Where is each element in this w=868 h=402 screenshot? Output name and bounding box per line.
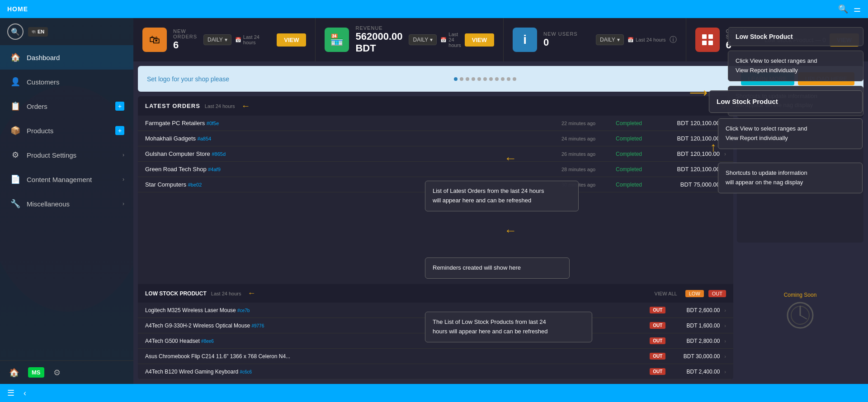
chevron-right-icon: › <box>724 354 726 359</box>
product-id: #9776 <box>251 323 264 328</box>
coming-soon-icon <box>787 302 814 334</box>
stats-row: 🛍 NEW ORDERS 6 DAILY ▾ 📅 Last 24 hours <box>133 18 868 61</box>
search-button[interactable]: 🔍 <box>7 23 24 40</box>
chevron-right-icon: › <box>724 323 726 328</box>
order-time: 30 minutes ago <box>561 182 611 187</box>
dot <box>489 77 493 81</box>
sidebar-nav: 🏠 Dashboard 👤 Customers 📋 Orders + 📦 Pro… <box>0 45 133 360</box>
list-item: A4Tech G500 Headset #8ee6 OUT BDT 2,800.… <box>138 333 733 349</box>
low-badge: LOW <box>685 290 704 297</box>
arrow-left-icon2: ← <box>247 289 255 298</box>
low-stock-header: LOW STOCK PRODUCT Last 24 hours ← VIEW A… <box>138 284 733 303</box>
products-icon: 📦 <box>10 126 20 136</box>
order-name: Gulshan Computer Store #865d <box>145 150 557 157</box>
stat-out-of-stock: OUT OF STOCK 6 Low Stock Product — 0 VIE… <box>686 18 868 61</box>
learn-more-button[interactable]: LEARN MORE <box>741 72 794 85</box>
new-orders-info: NEW ORDERS 6 <box>173 28 197 51</box>
out-of-stock-view-button[interactable]: VIEW <box>830 33 859 47</box>
order-amount: BDT 120,100.00 <box>661 150 720 157</box>
table-row: Farmgate PC Retailers #0f5e 22 minutes a… <box>138 116 733 131</box>
calendar-icon: 📅 <box>627 37 634 43</box>
new-orders-controls: DAILY ▾ 📅 Last 24 hours VIEW <box>203 33 306 47</box>
refresh-icon[interactable]: ↻ <box>721 103 726 110</box>
home-bottom-icon[interactable]: 🏠 <box>9 368 19 378</box>
misc-icon: 🔧 <box>10 199 20 209</box>
list-item: A4Tech B120 Wired Gaming Keyboard #c6c6 … <box>138 364 733 379</box>
ms-badge[interactable]: MS <box>28 367 44 378</box>
top-bar-icons: 🔍 ⚌ <box>838 4 861 14</box>
search-icon[interactable]: 🔍 <box>838 4 848 14</box>
order-id: #a854 <box>198 136 212 141</box>
chevron-right-icon: › <box>123 176 124 182</box>
table-row: Gulshan Computer Store #865d 26 minutes … <box>138 146 733 162</box>
sidebar-item-customers[interactable]: 👤 Customers <box>0 70 133 94</box>
table-row: Mohakhali Gadgets #a854 24 minutes ago C… <box>138 131 733 146</box>
sidebar-item-content-management[interactable]: 📄 Content Management › <box>0 167 133 192</box>
language-switcher[interactable]: বাং EN <box>28 27 48 37</box>
new-orders-icon: 🛍 <box>142 28 167 52</box>
order-id: #4af9 <box>208 167 221 172</box>
view-more-button[interactable]: VIEW MORE <box>819 101 846 113</box>
hamburger-icon[interactable]: ☰ <box>7 388 14 398</box>
sidebar-item-miscellaneous[interactable]: 🔧 Miscellaneous › <box>0 192 133 216</box>
new-users-icon: i <box>513 28 537 52</box>
settings-bottom-icon[interactable]: ⚙ <box>53 368 61 378</box>
reminders-header: REMINDERS Last 24 hours VIEW MORE ↻ <box>737 96 863 118</box>
list-item: Logitech M325 Wireless Laser Mouse #ce7b… <box>138 303 733 318</box>
order-status: Completed <box>616 166 656 173</box>
new-users-info: NEW USERS 0 <box>543 31 590 48</box>
out-status-badge: OUT <box>650 368 665 375</box>
revenue-period-select[interactable]: DAILY ▾ <box>409 34 437 45</box>
sidebar: 🔍 বাং EN 🏠 Dashboard 👤 Customers 📋 Order… <box>0 18 133 384</box>
product-price: BDT 2,600.00 <box>670 307 720 313</box>
latest-orders-subtitle: Last 24 hours <box>205 103 235 109</box>
order-status: Completed <box>616 182 656 188</box>
bn-lang: বাং <box>32 29 36 35</box>
product-name: Logitech M325 Wireless Laser Mouse #ce7b <box>145 307 645 313</box>
order-time: 28 minutes ago <box>561 167 611 172</box>
product-name: A4Tech G500 Headset #8ee6 <box>145 338 645 344</box>
coming-soon-label: Coming Soon <box>784 292 817 298</box>
sidebar-item-products[interactable]: 📦 Products + <box>0 118 133 143</box>
table-row: Green Road Tech Shop #4af9 28 minutes ag… <box>138 162 733 177</box>
tables-row: LATEST ORDERS Last 24 hours ← ↻ Farmgate… <box>138 96 863 379</box>
product-price: BDT 1,600.00 <box>670 323 720 329</box>
dot <box>501 77 505 81</box>
revenue-time: 📅 Last 24 hours <box>440 32 461 48</box>
revenue-view-button[interactable]: VIEW <box>465 33 494 47</box>
chevron-right-icon: › <box>123 201 124 207</box>
sidebar-item-product-settings[interactable]: ⚙ Product Settings › <box>0 143 133 167</box>
arrow-left-icon: ← <box>241 101 250 111</box>
new-orders-value: 6 <box>173 39 197 51</box>
view-all-button[interactable]: VIEW ALL <box>655 291 677 296</box>
banner-text: Set logo for your shop please <box>147 75 229 83</box>
list-item: A4Tech G9-330H-2 Wireless Optical Mouse … <box>138 318 733 333</box>
out-status-badge: OUT <box>650 353 665 360</box>
bottom-bar: ☰ ‹ <box>0 384 868 402</box>
sidebar-item-orders[interactable]: 📋 Orders + <box>0 94 133 118</box>
back-icon[interactable]: ‹ <box>24 388 26 398</box>
product-id: #ce7b <box>237 308 250 313</box>
chevron-right-icon: › <box>724 136 726 142</box>
dot <box>466 77 469 81</box>
out-status-badge: OUT <box>650 307 665 313</box>
menu-icon[interactable]: ⚌ <box>854 4 861 14</box>
new-orders-period-select[interactable]: DAILY ▾ <box>203 34 231 45</box>
upload-here-button[interactable]: UPLOAD HERE <box>798 72 854 85</box>
order-time: 24 minutes ago <box>561 136 611 141</box>
customers-icon: 👤 <box>10 77 20 87</box>
new-users-controls: DAILY ▾ 📅 Last 24 hours ⓘ <box>596 34 676 45</box>
revenue-icon: 🏪 <box>325 28 349 52</box>
order-name: Green Road Tech Shop #4af9 <box>145 166 557 173</box>
order-amount: BDT 75,000.00 <box>661 181 720 188</box>
chevron-right-icon: › <box>724 308 726 313</box>
dot <box>472 77 475 81</box>
new-users-period-select[interactable]: DAILY ▾ <box>596 34 624 45</box>
coming-soon-panel: Coming Soon <box>737 246 863 380</box>
sidebar-item-dashboard[interactable]: 🏠 Dashboard <box>0 45 133 70</box>
reminders-refresh-icon[interactable]: ↻ <box>851 103 856 111</box>
add-order-button[interactable]: + <box>115 102 124 111</box>
new-orders-view-button[interactable]: VIEW <box>277 33 306 47</box>
add-product-button[interactable]: + <box>115 126 124 135</box>
dot <box>513 77 516 81</box>
